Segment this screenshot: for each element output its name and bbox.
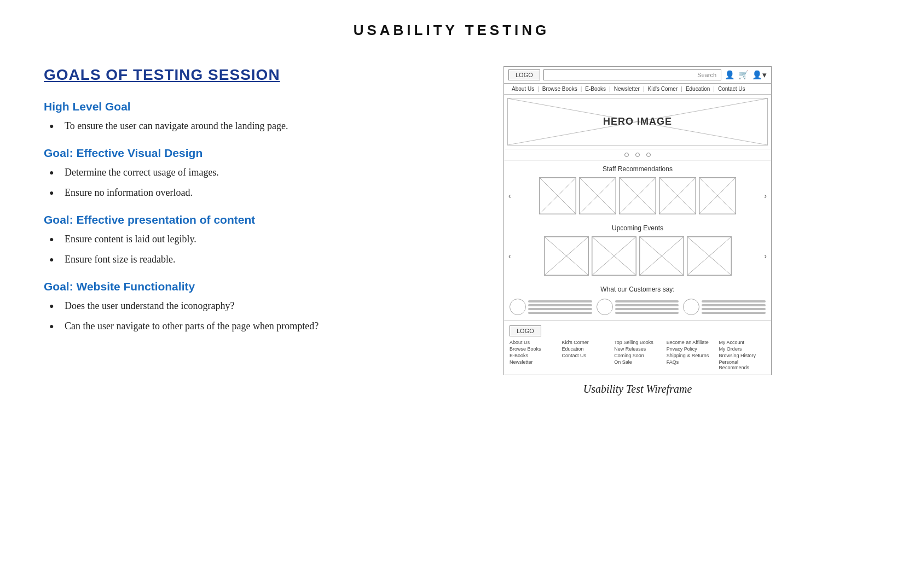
nav-link-about: About Us	[508, 86, 537, 92]
wireframe: LOGO Search 👤 🛒 👤▾ About Us | Browse Boo…	[503, 66, 772, 375]
page-title: USABILITY TESTING	[44, 22, 859, 39]
wf-nav-icons: 👤 🛒 👤▾	[725, 70, 767, 80]
wf-staff-recs-label: Staff Recommendations	[504, 161, 771, 175]
wf-card	[579, 177, 616, 214]
wf-card	[592, 236, 636, 276]
wf-navbar: LOGO Search 👤 🛒 👤▾	[504, 67, 771, 84]
wf-footer-col-1: About Us Browse Books E-Books Newsletter	[510, 340, 557, 370]
list-item: Does the user understand the iconography…	[49, 299, 383, 313]
wf-card	[639, 236, 684, 276]
list-item: Ensure content is laid out legibly.	[49, 232, 383, 247]
cart-icon: 🛒	[738, 70, 749, 80]
wf-testi-item	[510, 299, 592, 315]
section-heading: GOALS OF TESTING SESSION	[44, 66, 383, 84]
wf-testi-line	[615, 308, 679, 310]
footer-link: Coming Soon	[614, 353, 661, 358]
list-item: Can the user navigate to other parts of …	[49, 319, 383, 334]
wf-footer-logo: LOGO	[510, 325, 541, 336]
wf-card	[699, 177, 736, 214]
wf-testi-lines	[615, 300, 679, 314]
goal-list-4: Does the user understand the iconography…	[44, 299, 383, 334]
wf-dot-1	[624, 153, 629, 157]
wf-testi-line	[615, 304, 679, 306]
wf-testi-line	[702, 312, 766, 314]
goal-list-1: To ensure the user can navigate around t…	[44, 119, 383, 133]
wf-staff-cards	[514, 177, 761, 214]
left-panel: GOALS OF TESTING SESSION High Level Goal…	[44, 66, 383, 339]
wf-testi-avatar	[683, 299, 699, 315]
footer-link: Top Selling Books	[614, 340, 661, 345]
wf-testi-line	[702, 308, 766, 310]
wf-testi-avatar	[510, 299, 526, 315]
goal-list-3: Ensure content is laid out legibly. Ensu…	[44, 232, 383, 267]
wf-staff-carousel: ‹ ›	[504, 175, 771, 220]
wf-logo: LOGO	[508, 69, 540, 80]
footer-link: Personal Recommends	[719, 359, 766, 370]
footer-link: On Sale	[614, 359, 661, 365]
nav-link-newsletter: Newsletter	[611, 86, 643, 92]
wf-testi-line	[702, 304, 766, 306]
footer-link: Newsletter	[510, 359, 557, 365]
wf-events-carousel: ‹ ›	[504, 234, 771, 281]
nav-link-education: Education	[682, 86, 713, 92]
wf-events-label: Upcoming Events	[504, 220, 771, 234]
wf-dot-3	[646, 153, 651, 157]
nav-link-ebooks: E-Books	[582, 86, 609, 92]
wf-card	[544, 236, 589, 276]
footer-link: My Orders	[719, 346, 766, 352]
wf-prev-arrow-1[interactable]: ‹	[507, 191, 512, 200]
wf-nav-links: About Us | Browse Books | E-Books | News…	[504, 84, 771, 95]
wf-testi-avatar	[597, 299, 613, 315]
footer-link: Browsing History	[719, 353, 766, 358]
goal-heading-1: High Level Goal	[44, 100, 383, 113]
wf-testi-line	[702, 300, 766, 302]
footer-link: New Releases	[614, 346, 661, 352]
wf-testi-line	[528, 308, 592, 310]
goal-heading-3: Goal: Effective presentation of content	[44, 213, 383, 226]
wf-card	[687, 236, 732, 276]
account-icon: 👤▾	[752, 70, 767, 80]
wf-prev-arrow-2[interactable]: ‹	[507, 252, 512, 260]
wf-testi-line	[528, 312, 592, 314]
wf-testi-item	[597, 299, 679, 315]
wf-footer: LOGO About Us Browse Books E-Books Newsl…	[504, 321, 771, 375]
wf-testi-line	[615, 300, 679, 302]
wf-footer-links: About Us Browse Books E-Books Newsletter…	[510, 340, 766, 370]
wf-testi-line	[615, 312, 679, 314]
wf-hero: HERO IMAGE	[504, 95, 771, 149]
wf-testi-lines	[702, 300, 766, 314]
footer-link: Browse Books	[510, 346, 557, 352]
footer-link: Kid's Corner	[562, 340, 609, 345]
wf-footer-col-4: Become an Affiliate Privacy Policy Shipp…	[667, 340, 714, 370]
wf-card	[619, 177, 656, 214]
wf-testimonials	[504, 295, 771, 321]
right-panel: LOGO Search 👤 🛒 👤▾ About Us | Browse Boo…	[416, 66, 859, 395]
wf-next-arrow-1[interactable]: ›	[763, 191, 768, 200]
footer-link: FAQs	[667, 359, 714, 365]
footer-link: About Us	[510, 340, 557, 345]
wf-dot-2	[635, 153, 640, 157]
wf-card	[539, 177, 576, 214]
wf-footer-col-5: My Account My Orders Browsing History Pe…	[719, 340, 766, 370]
footer-link: Become an Affiliate	[667, 340, 714, 345]
goal-list-2: Determine the correct usage of images. E…	[44, 165, 383, 200]
footer-link: Privacy Policy	[667, 346, 714, 352]
wf-dots	[504, 149, 771, 161]
wf-footer-col-3: Top Selling Books New Releases Coming So…	[614, 340, 661, 370]
goal-heading-2: Goal: Effective Visual Design	[44, 147, 383, 160]
wf-search: Search	[543, 69, 721, 80]
wf-next-arrow-2[interactable]: ›	[763, 252, 768, 260]
footer-link: Education	[562, 346, 609, 352]
wf-card	[659, 177, 696, 214]
wf-testi-line	[528, 304, 592, 306]
wf-events-cards	[514, 236, 761, 276]
footer-link: Contact Us	[562, 353, 609, 358]
wireframe-caption: Usability Test Wireframe	[583, 383, 692, 395]
wf-testi-item	[683, 299, 766, 315]
wf-testi-line	[528, 300, 592, 302]
footer-link: E-Books	[510, 353, 557, 358]
footer-link: My Account	[719, 340, 766, 345]
wf-footer-col-2: Kid's Corner Education Contact Us	[562, 340, 609, 370]
main-content: GOALS OF TESTING SESSION High Level Goal…	[44, 66, 859, 395]
list-item: Ensure font size is readable.	[49, 252, 383, 267]
